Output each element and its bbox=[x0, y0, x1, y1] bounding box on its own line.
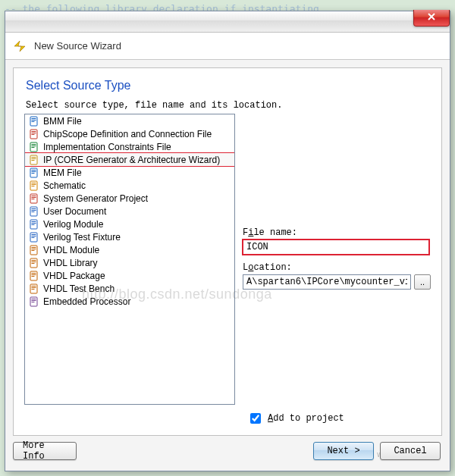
svg-rect-43 bbox=[32, 249, 36, 249]
list-item-label: VHDL Module bbox=[43, 245, 99, 255]
list-item-label: VHDL Library bbox=[43, 258, 98, 268]
list-item[interactable]: Verilog Module bbox=[25, 218, 234, 230]
list-item-label: VHDL Test Bench bbox=[43, 283, 115, 294]
list-item[interactable]: VHDL Test Bench bbox=[25, 282, 234, 295]
cancel-button[interactable]: Cancel bbox=[380, 442, 441, 460]
titlebar bbox=[5, 11, 450, 33]
list-item-label: BMM File bbox=[43, 116, 82, 127]
add-to-project-row: Add to project bbox=[247, 411, 344, 426]
svg-rect-22 bbox=[32, 183, 36, 183]
vfixture-icon bbox=[28, 231, 40, 243]
location-label: Location: bbox=[243, 262, 431, 273]
next-label: Next > bbox=[327, 446, 359, 456]
list-item-label: User Document bbox=[43, 206, 106, 217]
svg-rect-26 bbox=[32, 196, 36, 196]
vhdllib-icon bbox=[28, 257, 40, 269]
svg-rect-4 bbox=[32, 121, 35, 122]
browse-button[interactable]: .. bbox=[414, 274, 431, 290]
add-to-project-checkbox[interactable] bbox=[250, 413, 261, 424]
more-info-button[interactable]: More Info bbox=[13, 442, 77, 460]
filename-input[interactable] bbox=[243, 240, 429, 255]
svg-rect-20 bbox=[32, 173, 35, 174]
chipscope-icon bbox=[28, 128, 40, 140]
doc-icon bbox=[28, 205, 40, 218]
list-item[interactable]: System Generator Project bbox=[25, 192, 234, 205]
section-title: Select Source Type bbox=[14, 68, 441, 99]
list-item[interactable]: Verilog Test Fixture bbox=[25, 230, 234, 243]
svg-rect-38 bbox=[32, 234, 36, 235]
svg-rect-30 bbox=[32, 208, 36, 209]
svg-rect-44 bbox=[32, 250, 35, 251]
new-source-wizard-dialog: New Source Wizard Select Source Type Sel… bbox=[5, 11, 450, 471]
location-input[interactable] bbox=[243, 274, 411, 290]
add-to-project-label: Add to project bbox=[268, 413, 344, 424]
svg-rect-35 bbox=[32, 223, 36, 224]
list-item[interactable]: User Document bbox=[25, 205, 234, 218]
svg-rect-36 bbox=[32, 224, 35, 225]
svg-rect-40 bbox=[32, 237, 35, 238]
svg-rect-12 bbox=[32, 147, 35, 148]
wizard-title: New Source Wizard bbox=[34, 40, 121, 52]
svg-rect-24 bbox=[32, 186, 35, 186]
list-item[interactable]: VHDL Library bbox=[25, 256, 234, 269]
svg-rect-54 bbox=[32, 286, 36, 287]
svg-rect-51 bbox=[32, 274, 36, 275]
list-item[interactable]: Embedded Processor bbox=[25, 295, 234, 308]
list-item[interactable]: Schematic bbox=[25, 179, 234, 192]
sysgen-icon bbox=[28, 193, 40, 205]
list-item[interactable]: MEM File bbox=[25, 166, 234, 179]
vhdlpkg-icon bbox=[28, 270, 40, 282]
svg-rect-32 bbox=[32, 211, 35, 212]
svg-rect-18 bbox=[32, 170, 36, 171]
svg-rect-34 bbox=[32, 221, 36, 222]
list-item-label: ChipScope Definition and Connection File bbox=[43, 129, 212, 139]
list-item-label: Verilog Module bbox=[43, 219, 103, 230]
svg-rect-3 bbox=[32, 120, 36, 121]
list-item-label: MEM File bbox=[43, 168, 82, 178]
schematic-icon bbox=[28, 180, 40, 192]
list-item-label: Verilog Test Fixture bbox=[43, 232, 121, 243]
svg-rect-42 bbox=[32, 247, 36, 248]
vhdltb-icon bbox=[28, 283, 40, 295]
svg-rect-15 bbox=[32, 158, 36, 159]
svg-rect-39 bbox=[32, 236, 36, 236]
source-type-list[interactable]: BMM FileChipScope Definition and Connect… bbox=[24, 114, 235, 405]
svg-rect-2 bbox=[32, 118, 36, 119]
list-item[interactable]: VHDL Package bbox=[25, 269, 234, 282]
list-item-label: System Generator Project bbox=[43, 193, 148, 204]
svg-rect-14 bbox=[32, 157, 36, 158]
list-item-label: Schematic bbox=[43, 180, 86, 191]
list-item[interactable]: VHDL Module bbox=[25, 243, 234, 256]
wizard-header: New Source Wizard bbox=[5, 33, 450, 60]
svg-rect-46 bbox=[32, 260, 36, 261]
bmm-icon bbox=[28, 115, 40, 127]
button-row: More Info Next > 电子发烧友 www.elecfans.com … bbox=[13, 440, 442, 463]
close-icon bbox=[427, 12, 436, 23]
svg-rect-10 bbox=[32, 144, 36, 145]
embproc-icon bbox=[28, 296, 40, 308]
list-item[interactable]: Implementation Constraints File bbox=[25, 140, 234, 153]
ip-icon bbox=[28, 154, 40, 166]
list-item[interactable]: BMM File bbox=[25, 114, 234, 127]
svg-rect-28 bbox=[32, 199, 35, 199]
wizard-icon bbox=[13, 39, 27, 53]
instruction-text: Select source type, file name and its lo… bbox=[14, 99, 441, 114]
svg-rect-56 bbox=[32, 289, 35, 290]
svg-rect-8 bbox=[32, 134, 35, 135]
svg-rect-19 bbox=[32, 171, 36, 172]
right-column: File name: Location: .. bbox=[243, 114, 431, 405]
svg-rect-55 bbox=[32, 287, 36, 288]
list-item-label: VHDL Package bbox=[43, 271, 105, 281]
list-item[interactable]: ChipScope Definition and Connection File bbox=[25, 127, 234, 140]
list-item-label: Implementation Constraints File bbox=[43, 142, 171, 152]
svg-rect-27 bbox=[32, 197, 36, 198]
content-row: BMM FileChipScope Definition and Connect… bbox=[14, 114, 441, 405]
svg-rect-11 bbox=[32, 146, 36, 146]
svg-rect-60 bbox=[32, 302, 35, 302]
svg-rect-47 bbox=[32, 261, 36, 262]
svg-rect-52 bbox=[32, 276, 35, 277]
close-button[interactable] bbox=[413, 10, 450, 27]
next-button[interactable]: Next > 电子发烧友 www.elecfans.com bbox=[313, 442, 374, 460]
list-item[interactable]: IP (CORE Generator & Architecture Wizard… bbox=[25, 153, 234, 166]
svg-rect-50 bbox=[32, 273, 36, 274]
